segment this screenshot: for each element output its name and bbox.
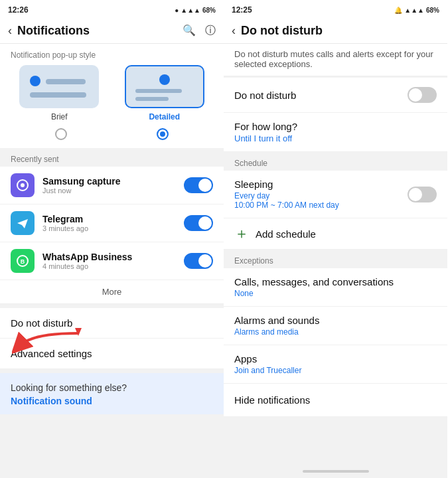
popup-option-brief[interactable]: Brief bbox=[11, 65, 108, 121]
popup-bar3-detailed bbox=[135, 89, 182, 93]
app-name-telegram: Telegram bbox=[42, 214, 184, 224]
popup-dot-detailed bbox=[159, 74, 170, 85]
sleeping-sub: Every day bbox=[234, 191, 408, 200]
signal-icon: ▲▲▲ bbox=[181, 7, 200, 14]
recently-sent-label: Recently sent bbox=[0, 148, 224, 167]
add-schedule-label: Add schedule bbox=[256, 228, 316, 240]
sleeping-info: Sleeping Every day 10:00 PM ~ 7:00 AM ne… bbox=[234, 179, 408, 210]
settings-item-dnd[interactable]: Do not disturb bbox=[0, 308, 224, 339]
looking-text: Looking for something else? bbox=[11, 382, 213, 393]
app-icon-whatsapp: B bbox=[11, 249, 35, 273]
radio-row bbox=[11, 128, 213, 140]
page-title-left: Notifications bbox=[17, 24, 183, 38]
radio-circle-detailed bbox=[157, 128, 169, 140]
exception-item-calls[interactable]: Calls, messages, and conversations None bbox=[224, 268, 447, 307]
hide-notifications-item[interactable]: Hide notifications bbox=[224, 384, 447, 416]
popup-bar-brief bbox=[46, 79, 86, 84]
signal-icon-right: ▲▲▲ bbox=[404, 7, 424, 14]
radio-brief[interactable] bbox=[15, 128, 108, 140]
back-button-right[interactable]: ‹ bbox=[232, 24, 236, 38]
settings-item-advanced[interactable]: Advanced settings bbox=[0, 339, 224, 369]
alarm-icon: 🔔 bbox=[394, 7, 402, 14]
dnd-toggle[interactable] bbox=[408, 87, 437, 103]
right-panel: 12:25 🔔 ▲▲▲ 68% ‹ Do not disturb Do not … bbox=[224, 0, 447, 478]
schedule-label: Schedule bbox=[224, 152, 447, 171]
exception-title-alarms: Alarms and sounds bbox=[234, 315, 437, 326]
popup-dot-brief bbox=[30, 76, 40, 86]
sleeping-toggle[interactable] bbox=[408, 187, 437, 202]
status-bar-right: 12:25 🔔 ▲▲▲ 68% bbox=[224, 0, 447, 19]
more-button[interactable]: More bbox=[0, 280, 224, 304]
app-item-whatsapp[interactable]: B WhatsApp Business 4 minutes ago bbox=[0, 242, 224, 280]
dnd-toggle-item[interactable]: Do not disturb bbox=[224, 78, 447, 113]
app-info-samsung: Samsung capture Just now bbox=[42, 176, 184, 195]
exception-item-apps[interactable]: Apps Join and Truecaller bbox=[224, 345, 447, 384]
header-icons-left: 🔍 ⓘ bbox=[183, 24, 216, 38]
sleeping-time: 10:00 PM ~ 7:00 AM next day bbox=[234, 200, 408, 210]
exception-item-alarms[interactable]: Alarms and sounds Alarms and media bbox=[224, 307, 447, 345]
status-bar-left: 12:26 ● ▲▲▲ 68% bbox=[0, 0, 224, 19]
popup-bar4-detailed bbox=[135, 97, 169, 101]
app-item-samsung[interactable]: Samsung capture Just now bbox=[0, 167, 224, 204]
app-time-whatsapp: 4 minutes ago bbox=[42, 262, 184, 270]
popup-preview-brief bbox=[19, 65, 99, 108]
battery-icon: ● bbox=[175, 7, 179, 14]
notification-sound-link[interactable]: Notification sound bbox=[11, 396, 213, 406]
sleeping-item[interactable]: Sleeping Every day 10:00 PM ~ 7:00 AM ne… bbox=[224, 171, 447, 218]
radio-circle-brief bbox=[55, 128, 67, 140]
toggle-whatsapp[interactable] bbox=[184, 253, 213, 269]
app-time-samsung: Just now bbox=[42, 187, 184, 195]
battery-text: 68% bbox=[202, 7, 216, 14]
bottom-indicator bbox=[303, 470, 369, 473]
popup-options: Brief Detailed bbox=[11, 65, 213, 121]
popup-preview-detailed bbox=[125, 65, 204, 108]
back-button-left[interactable]: ‹ bbox=[8, 24, 12, 38]
app-item-telegram[interactable]: Telegram 3 minutes ago bbox=[0, 204, 224, 242]
for-how-long-section[interactable]: For how long? Until I turn it off bbox=[224, 113, 447, 152]
exception-title-apps: Apps bbox=[234, 353, 437, 364]
popup-style-label: Notification pop-up style bbox=[11, 50, 213, 65]
info-icon[interactable]: ⓘ bbox=[205, 24, 216, 38]
time-right: 12:25 bbox=[232, 5, 252, 15]
exceptions-label: Exceptions bbox=[224, 250, 447, 268]
dnd-header: ‹ Do not disturb bbox=[224, 19, 447, 44]
exception-sub-alarms: Alarms and media bbox=[234, 327, 437, 337]
notifications-header: ‹ Notifications 🔍 ⓘ bbox=[0, 19, 224, 44]
popup-label-brief: Brief bbox=[51, 112, 68, 121]
add-schedule-item[interactable]: ＋ Add schedule bbox=[224, 218, 447, 250]
left-panel: 12:26 ● ▲▲▲ 68% ‹ Notifications 🔍 ⓘ Noti… bbox=[0, 0, 224, 478]
app-time-telegram: 3 minutes ago bbox=[42, 224, 184, 232]
svg-text:B: B bbox=[21, 258, 25, 265]
app-info-telegram: Telegram 3 minutes ago bbox=[42, 214, 184, 232]
app-name-whatsapp: WhatsApp Business bbox=[42, 252, 184, 262]
exception-sub-calls: None bbox=[234, 289, 437, 298]
popup-style-section: Notification pop-up style Brief Detailed bbox=[0, 44, 224, 148]
popup-label-detailed: Detailed bbox=[149, 112, 180, 121]
exception-sub-apps: Join and Truecaller bbox=[234, 366, 437, 375]
sleeping-title: Sleeping bbox=[234, 179, 408, 190]
status-icons-left: ● ▲▲▲ 68% bbox=[175, 7, 216, 14]
plus-icon: ＋ bbox=[234, 226, 249, 241]
search-icon[interactable]: 🔍 bbox=[183, 24, 196, 38]
page-title-right: Do not disturb bbox=[241, 24, 439, 38]
app-list: Samsung capture Just now Telegram 3 minu… bbox=[0, 167, 224, 304]
app-icon-telegram bbox=[11, 211, 35, 235]
app-icon-samsung bbox=[11, 173, 35, 197]
toggle-telegram[interactable] bbox=[184, 215, 213, 231]
dnd-label: Do not disturb bbox=[234, 90, 408, 101]
for-how-sub: Until I turn it off bbox=[234, 133, 437, 143]
toggle-samsung[interactable] bbox=[184, 177, 213, 193]
app-name-samsung: Samsung capture bbox=[42, 176, 184, 187]
app-info-whatsapp: WhatsApp Business 4 minutes ago bbox=[42, 252, 184, 270]
settings-list: Do not disturb Advanced settings bbox=[0, 308, 224, 369]
popup-option-detailed[interactable]: Detailed bbox=[116, 65, 214, 121]
exception-title-calls: Calls, messages, and conversations bbox=[234, 276, 437, 287]
popup-bar2-brief bbox=[30, 92, 86, 98]
svg-point-1 bbox=[21, 183, 25, 187]
radio-detailed[interactable] bbox=[116, 128, 210, 140]
status-icons-right: 🔔 ▲▲▲ 68% bbox=[394, 7, 439, 14]
battery-text-right: 68% bbox=[426, 7, 439, 14]
for-how-label: For how long? bbox=[234, 121, 437, 132]
dnd-description: Do not disturb mutes calls and alerts ex… bbox=[224, 44, 447, 76]
time-left: 12:26 bbox=[8, 5, 29, 15]
